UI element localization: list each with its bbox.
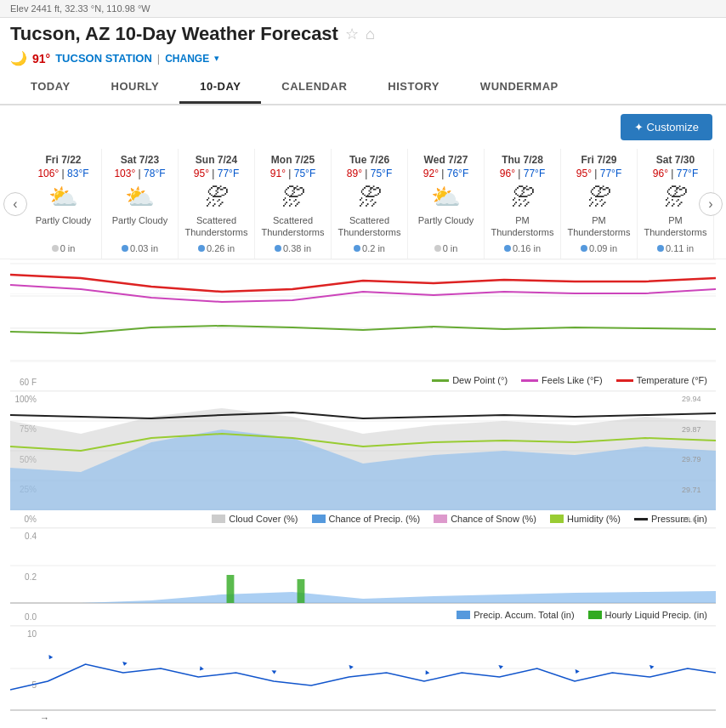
weather-icon: ⛅ xyxy=(410,183,482,211)
home-icon[interactable]: ⌂ xyxy=(366,26,375,43)
next-button[interactable]: › xyxy=(699,192,723,216)
svg-text:▲: ▲ xyxy=(118,657,130,668)
cloudcover-color xyxy=(212,515,225,523)
multi-chart-legend: Cloud Cover (%) Chance of Precip. (%) Ch… xyxy=(10,510,716,527)
day-col-6[interactable]: Thu 7/28 96° | 77°F ⛈ PM Thunderstorms 0… xyxy=(485,149,561,259)
temperature-chart-wrapper: 100 F 80 F 60 F xyxy=(10,259,716,390)
precip-dot xyxy=(354,245,360,252)
customize-button[interactable]: ✦ Customize xyxy=(621,114,712,140)
day-date: Tue 7/26 xyxy=(333,154,406,166)
location-row: 🌙 91° TUCSON STATION | CHANGE ▾ xyxy=(0,50,726,71)
day-col-4[interactable]: Tue 7/26 89° | 75°F ⛈ Scattered Thunders… xyxy=(332,149,408,259)
precip-dot xyxy=(52,245,59,252)
tab-wundermap[interactable]: WUNDERMAP xyxy=(460,71,579,104)
weather-icon: ⛅ xyxy=(27,183,99,211)
day-col-5[interactable]: Wed 7/27 92° | 76°F ⛅ Partly Cloudy 0 in xyxy=(408,149,485,259)
day-temps: 103° | 78°F xyxy=(104,168,176,179)
high-temp: 95° xyxy=(194,168,209,179)
day-col-0[interactable]: Fri 7/22 106° | 83°F ⛅ Partly Cloudy 0 i… xyxy=(26,149,102,259)
day-temps: — xyxy=(716,168,726,179)
tab-10day[interactable]: 10-DAY xyxy=(179,71,261,104)
weather-icon: ⛅ xyxy=(104,183,176,211)
precip-value: 0.16 in xyxy=(513,243,541,253)
precip-dot xyxy=(657,245,664,252)
precip-chart-svg xyxy=(10,528,716,605)
moon-icon: 🌙 xyxy=(10,50,27,66)
change-link[interactable]: CHANGE xyxy=(165,53,209,65)
tab-today[interactable]: TODAY xyxy=(10,71,91,104)
high-temp: 95° xyxy=(576,168,592,179)
low-temp: 83°F xyxy=(67,168,88,179)
day-temps: 91° | 75°F xyxy=(257,168,329,179)
day-col-7[interactable]: Fri 7/29 95° | 77°F ⛈ PM Thunderstorms 0… xyxy=(561,149,638,259)
legend-hourly-liquid: Hourly Liquid Precip. (in) xyxy=(588,610,707,620)
elevation-bar: Elev 2441 ft, 32.33 °N, 110.98 °W xyxy=(0,0,726,18)
day-date: Sat 7/23 xyxy=(104,154,176,166)
low-temp: 77°F xyxy=(600,168,621,179)
nav-tabs: TODAY HOURLY 10-DAY CALENDAR HISTORY WUN… xyxy=(0,71,726,105)
precip-value: 0.2 in xyxy=(362,243,385,253)
day-date: Thu 7/28 xyxy=(486,154,559,166)
day-col-2[interactable]: Sun 7/24 95° | 77°F ⛈ Scattered Thunders… xyxy=(179,149,255,259)
legend-humidity-label: Humidity (%) xyxy=(567,514,621,524)
title-row: Tucson, AZ 10-Day Weather Forecast ☆ ⌂ xyxy=(0,18,726,50)
svg-text:▲: ▲ xyxy=(494,661,506,671)
temperature-chart-svg xyxy=(10,259,716,370)
day-temps: 89° | 75°F xyxy=(333,168,406,179)
legend-precip-accum-label: Precip. Accum. Total (in) xyxy=(474,610,574,620)
precip-chart-wrapper: 0.4 0.2 0.0 xyxy=(10,527,716,625)
precip-chart-legend: Precip. Accum. Total (in) Hourly Liquid … xyxy=(10,605,716,625)
day-temps: 95° | 77°F xyxy=(563,168,635,179)
feellike-color xyxy=(521,379,538,382)
legend-dewpoint: Dew Point (°) xyxy=(432,375,508,385)
tab-history[interactable]: HISTORY xyxy=(367,71,460,104)
day-date: Sun 7/24 xyxy=(180,154,252,166)
day-temps: 92° | 76°F xyxy=(410,168,482,179)
chevron-icon[interactable]: ▾ xyxy=(214,53,219,64)
forecast-scroll: ‹ Fri 7/22 106° | 83°F ⛅ Partly Cloudy 0… xyxy=(0,149,726,259)
day-temps: 95° | 77°F xyxy=(180,168,252,179)
legend-feellike: Feels Like (°F) xyxy=(521,375,603,385)
pressure-color xyxy=(634,518,648,520)
precip-value: 0.38 in xyxy=(283,243,311,253)
multi-chart-wrapper: 100% 75% 50% 25% 0% xyxy=(10,390,716,527)
day-desc: Scattered Thunderstorms xyxy=(333,214,406,240)
precip-value: 0.11 in xyxy=(666,243,694,253)
legend-temperature: Temperature (°F) xyxy=(616,375,707,385)
day-temps: 106° | 83°F xyxy=(27,168,99,179)
prev-button[interactable]: ‹ xyxy=(3,192,27,216)
high-temp: 106° xyxy=(37,168,59,179)
charts-section: 100 F 80 F 60 F xyxy=(0,259,726,728)
precip-row: 0.2 in xyxy=(333,243,406,253)
wind-chart-wrapper: 10 5 0 ▲ ▲ ▲ ▲ ▲ ▲ ▲ xyxy=(10,625,716,728)
svg-marker-15 xyxy=(10,591,716,603)
precip-row: 0.38 in xyxy=(257,243,329,253)
day-desc: Scattered Thunderstorms xyxy=(180,214,252,240)
weather-icon: ⛈ xyxy=(257,183,329,211)
tab-hourly[interactable]: HOURLY xyxy=(91,71,180,104)
day-col-1[interactable]: Sat 7/23 103° | 78°F ⛅ Partly Cloudy 0.0… xyxy=(102,149,179,259)
svg-text:▲: ▲ xyxy=(570,665,581,675)
precip-value: 0 in xyxy=(60,243,76,253)
star-icon[interactable]: ☆ xyxy=(345,25,359,43)
day-desc: PM Thunderstorms xyxy=(639,214,712,240)
day-desc: Partly Cloudy xyxy=(410,214,482,240)
svg-text:▲: ▲ xyxy=(645,661,657,671)
temperature-badge: 91° xyxy=(32,52,50,65)
precip-value: 0.09 in xyxy=(589,243,617,253)
precip-row: 0.16 in xyxy=(486,243,559,253)
day-date: Fri 7/22 xyxy=(27,154,99,166)
low-temp: 75°F xyxy=(371,168,392,179)
day-col-3[interactable]: Mon 7/25 91° | 75°F ⛈ Scattered Thunders… xyxy=(255,149,332,259)
low-temp: 77°F xyxy=(218,168,239,179)
station-name[interactable]: TUCSON STATION xyxy=(55,52,152,65)
legend-temperature-label: Temperature (°F) xyxy=(637,375,707,385)
svg-rect-16 xyxy=(227,575,235,603)
low-temp: 76°F xyxy=(447,168,468,179)
precip-dot xyxy=(122,245,128,252)
high-temp: 89° xyxy=(347,168,362,179)
tab-calendar[interactable]: CALENDAR xyxy=(261,71,367,104)
day-temps: 96° | 77°F xyxy=(639,168,712,179)
precip-value: 0.03 in xyxy=(130,243,158,253)
day-desc: Scattered Thunderstorms xyxy=(257,214,329,240)
